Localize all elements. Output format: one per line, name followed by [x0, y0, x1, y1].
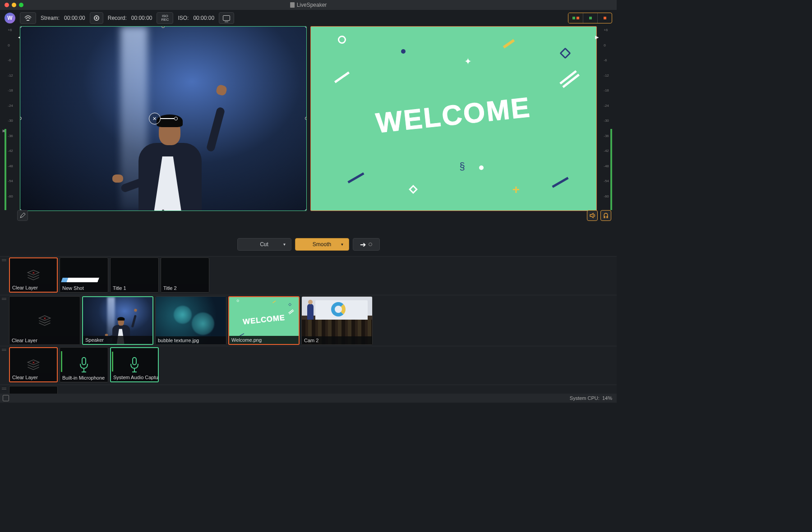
thumbnail-label: Cam 2	[302, 336, 372, 344]
meter-tick: -60	[604, 194, 609, 210]
layout-mode-dual[interactable]	[568, 13, 583, 23]
row-drag-handle[interactable]	[1, 386, 7, 390]
rotation-control[interactable]: ✕	[149, 113, 178, 124]
meter-tick: -12	[604, 73, 609, 89]
svg-rect-5	[133, 358, 136, 365]
stream-timecode: 00:00:00	[64, 15, 85, 21]
shot-thumbnail[interactable]: WELCOME+Welcome.png	[228, 296, 300, 345]
meter-tick: -60	[8, 194, 13, 210]
status-bar: System CPU: 14%	[0, 394, 617, 403]
iso-label: ISO:	[178, 15, 189, 21]
row-drag-handle[interactable]	[1, 347, 7, 351]
welcome-text: WELCOME	[374, 91, 532, 139]
layer-row: ✕Clear LayerBuilt-in MicrophoneSystem Au…	[0, 346, 617, 385]
window-title-text: LiveSpeaker	[297, 2, 327, 8]
live-canvas[interactable]: WELCOME + ✦§	[310, 26, 597, 211]
meter-tick: -48	[604, 164, 609, 179]
shot-thumbnail[interactable]: Title 2	[161, 257, 209, 293]
record-label: Record:	[108, 15, 127, 21]
layout-mode-group	[568, 13, 612, 23]
layer-row: ✕Clear LayerSpeakerbubble texturre.jpgWE…	[0, 295, 617, 346]
meter-tick: -36	[8, 134, 13, 149]
cut-transition-dropdown[interactable]: Cut	[237, 238, 291, 251]
layout-mode-preview[interactable]	[583, 13, 597, 23]
headphones-button[interactable]	[600, 210, 611, 221]
meter-marker-icon[interactable]: ▶	[595, 34, 599, 40]
go-transition-button[interactable]: ➔	[353, 238, 380, 251]
meter-tick: -24	[8, 104, 13, 119]
zoom-window-button[interactable]	[19, 3, 23, 7]
thumbnail-label: Clear Layer	[10, 284, 57, 292]
thumbnail-label: Clear Layer	[9, 336, 80, 344]
shot-thumbnail[interactable]: Built-in Microphone	[60, 347, 108, 382]
thumbnail-label: bubble texturre.jpg	[156, 336, 226, 344]
audio-meter-right: +60-6-12-18-24-30-36-42-48-54-60 ▶	[600, 26, 613, 211]
svg-text:✕: ✕	[32, 361, 35, 365]
selection-handles[interactable]: ✕	[20, 27, 306, 211]
record-button[interactable]	[90, 12, 103, 24]
edit-layer-button[interactable]	[17, 210, 28, 221]
svg-rect-4	[82, 358, 86, 365]
welcome-graphic-content: WELCOME + ✦§	[311, 27, 597, 211]
anchor-icon[interactable]: ✕	[149, 113, 161, 124]
shot-thumbnail[interactable]: Speaker	[82, 296, 153, 345]
meter-tick: -42	[8, 149, 13, 164]
close-window-button[interactable]	[5, 3, 9, 7]
meter-tick: +6	[8, 28, 13, 43]
shot-thumbnail[interactable]: System Audio Captu	[110, 347, 159, 382]
meter-tick: 0	[604, 43, 609, 59]
svg-text:✕: ✕	[32, 271, 35, 275]
wifi-icon	[24, 15, 32, 21]
shot-thumbnail[interactable]: New Shot	[60, 257, 108, 293]
svg-text:✕: ✕	[43, 316, 46, 321]
svg-rect-0	[27, 20, 29, 21]
thumbnail-label: New Shot	[60, 284, 108, 292]
stream-label: Stream:	[41, 15, 60, 21]
iso-icon: ISO REC	[161, 14, 169, 22]
iso-timecode: 00:00:00	[193, 15, 214, 21]
preview-tools-left	[17, 210, 28, 221]
meter-tick: -24	[604, 104, 609, 119]
thumbnail-label: Title 2	[161, 284, 209, 292]
shot-thumbnail[interactable]: bubble texturre.jpg	[155, 296, 226, 345]
main-preview-area: +60-6-12-18-24-30-36-42-48-54-60 ◀ ✕	[0, 26, 617, 211]
thumbnail-label: Welcome.png	[229, 336, 299, 344]
meter-tick: -42	[604, 149, 609, 164]
meter-tick: -6	[604, 58, 609, 73]
meter-tick: -36	[604, 134, 609, 149]
layer-row: ✕Clear LayerNew ShotTitle 1Title 2	[0, 256, 617, 295]
record-timecode: 00:00:00	[131, 15, 152, 21]
transition-controls: Cut Smooth ➔	[0, 237, 617, 252]
thumbnail-label: Speaker	[83, 336, 152, 344]
meter-tick: 0	[8, 43, 13, 59]
minimize-window-button[interactable]	[12, 3, 16, 7]
speaker-output-button[interactable]	[587, 210, 598, 221]
arrow-right-icon: ➔	[360, 240, 366, 249]
meter-tick: -18	[8, 88, 13, 104]
thumbnail-label: Title 1	[111, 284, 158, 292]
window-controls	[5, 3, 23, 7]
layout-mode-live[interactable]	[597, 13, 612, 23]
row-drag-handle[interactable]	[1, 257, 7, 261]
cpu-value: 14%	[602, 395, 612, 401]
preview-canvas[interactable]: ✕	[20, 26, 307, 211]
shot-thumbnail[interactable]: Title 1	[110, 257, 159, 293]
meter-tick: -54	[604, 179, 609, 194]
wifi-stream-button[interactable]	[20, 12, 36, 24]
dot-icon	[369, 243, 372, 246]
shot-thumbnail[interactable]: Cam 2	[301, 296, 373, 345]
output-monitor-button[interactable]	[219, 12, 234, 24]
shot-thumbnail[interactable]: ✕Clear Layer	[9, 347, 58, 382]
smooth-transition-dropdown[interactable]: Smooth	[295, 238, 349, 251]
meter-tick: +6	[604, 28, 609, 43]
row-drag-handle[interactable]	[1, 296, 7, 300]
thumbnail-label: Built-in Microphone	[60, 374, 108, 382]
shot-thumbnail[interactable]: ✕Clear Layer	[9, 296, 80, 345]
clipboard-icon[interactable]	[3, 395, 9, 401]
app-logo-icon[interactable]: W	[5, 13, 15, 23]
window-title: LiveSpeaker	[290, 2, 327, 8]
shot-thumbnail[interactable]: ✕Clear Layer	[9, 257, 58, 293]
iso-record-button[interactable]: ISO REC	[157, 12, 173, 24]
toolbar: W Stream: 00:00:00 Record: 00:00:00 ISO …	[0, 10, 617, 26]
live-audio-controls	[587, 210, 611, 221]
